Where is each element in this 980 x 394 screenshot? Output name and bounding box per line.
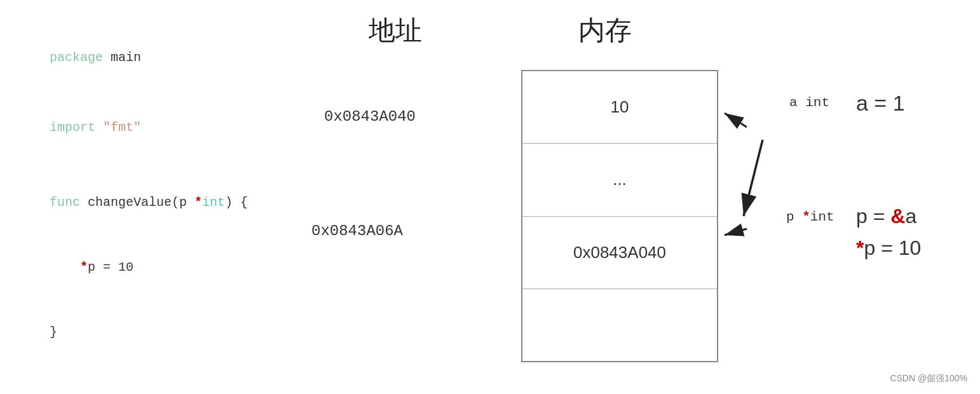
svg-line-3 (744, 140, 763, 216)
memory-cell-1: 10 (522, 71, 717, 144)
code-panel: package main import "fmt" func changeVal… (19, 25, 248, 394)
annot-p-value: p = &a (856, 205, 916, 228)
annot-a-type: a int (789, 95, 829, 110)
memory-cell-4 (522, 289, 717, 361)
title-memory: 内存 (578, 13, 632, 48)
memory-cell-2: ... (522, 144, 717, 216)
code-line-6: func main() { (19, 375, 248, 394)
memory-box: 10 ... 0x0843A040 (521, 70, 718, 362)
code-line-5: } (19, 300, 248, 365)
annot-p-type: p *int (786, 210, 834, 224)
kw-package: package (50, 50, 103, 65)
watermark: CSDN @倔强100% (890, 373, 967, 384)
code-line-4: *p = 10 (19, 235, 248, 300)
svg-line-2 (725, 229, 747, 235)
address-bottom: 0x0843A06A (311, 222, 403, 240)
memory-cell-3: 0x0843A040 (522, 217, 717, 289)
code-line-1: package main (19, 25, 248, 90)
title-address: 地址 (369, 13, 422, 48)
annot-a-value: a = 1 (856, 91, 905, 116)
annotations-panel: a int a = 1 p *int p = &a *p = 10 (783, 0, 961, 394)
code-line-2: import "fmt" (19, 95, 248, 160)
kw-import: import (50, 120, 95, 135)
svg-line-1 (725, 113, 747, 127)
address-top: 0x0843A040 (324, 108, 416, 125)
code-line-3: func changeValue(p *int) { (19, 170, 248, 235)
annot-star-value: *p = 10 (856, 236, 921, 260)
